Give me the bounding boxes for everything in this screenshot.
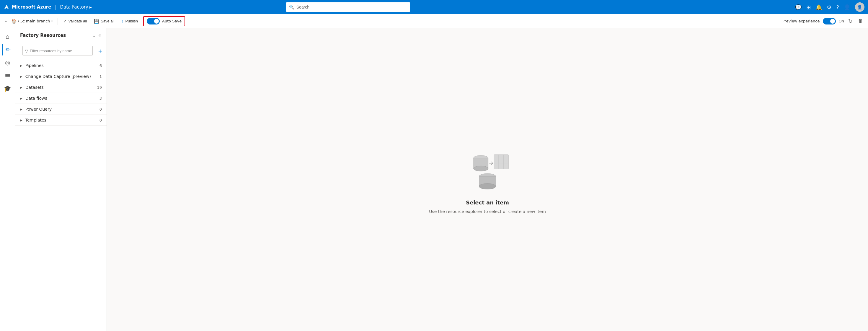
preview-toggle[interactable]	[823, 18, 836, 25]
resources-panel: Factory Resources ⌄ « ▽ + ▶ Pipelines 6 …	[16, 28, 107, 331]
auto-save-toggle[interactable]	[147, 18, 160, 25]
resource-item-name: Power Query	[25, 107, 99, 111]
resource-item-count: 1	[99, 74, 102, 79]
resource-item-count: 3	[99, 96, 102, 101]
brand-name: Microsoft Azure	[12, 4, 51, 10]
empty-state-title: Select an item	[466, 199, 509, 206]
resource-item-name: Change Data Capture (preview)	[25, 74, 99, 79]
svg-point-5	[473, 166, 488, 171]
svg-rect-2	[5, 76, 10, 77]
main-canvas: Select an item Use the resource explorer…	[107, 28, 868, 331]
resource-list-item[interactable]: ▶ Pipelines 6	[16, 60, 106, 71]
resource-list-item[interactable]: ▶ Datasets 19	[16, 82, 106, 93]
validate-all-label: Validate all	[68, 19, 87, 23]
illustration-svg	[461, 145, 514, 193]
sidebar-item-author[interactable]: ✏	[2, 44, 13, 56]
resource-item-count: 19	[97, 85, 102, 90]
empty-state: Select an item Use the resource explorer…	[429, 145, 546, 214]
publish-label: Publish	[125, 19, 138, 23]
resources-header-controls: ⌄ «	[92, 32, 102, 39]
nav-separator: |	[55, 4, 56, 10]
discard-all-button[interactable]: 🗑	[857, 17, 864, 25]
collapse-left-icon[interactable]: «	[98, 32, 102, 39]
resource-item-count: 0	[99, 107, 102, 111]
resource-item-name: Datasets	[25, 85, 97, 90]
notifications-icon[interactable]: 🔔	[815, 4, 822, 10]
left-sidebar: ⌂ ✏ ◎ 🎓	[0, 28, 16, 331]
help-icon[interactable]: ?	[836, 4, 839, 10]
resource-item-name: Data flows	[25, 96, 99, 101]
sidebar-item-manage[interactable]	[2, 70, 13, 81]
search-icon: 🔍	[289, 5, 294, 9]
resource-chevron-icon: ▶	[20, 75, 23, 78]
resource-chevron-icon: ▶	[20, 64, 23, 67]
resource-list: ▶ Pipelines 6 ▶ Change Data Capture (pre…	[16, 60, 106, 331]
manage-icon	[5, 73, 11, 78]
publish-button[interactable]: ↑ Publish	[118, 17, 141, 25]
auto-save-container: Auto Save	[143, 16, 185, 26]
toolbar-right-group: Preview experience On ↻ 🗑	[782, 17, 864, 26]
resource-item-count: 6	[99, 63, 102, 68]
empty-state-illustration	[461, 145, 514, 194]
toggle-track	[147, 18, 160, 25]
app-name-container[interactable]: Data Factory ▶	[60, 4, 92, 10]
toolbar: » 🏠 / ⎇ main branch ▾ ✓ Validate all 💾 S…	[0, 14, 868, 28]
breadcrumb-separator: /	[18, 19, 19, 23]
app-chevron-icon: ▶	[89, 6, 92, 9]
resource-chevron-icon: ▶	[20, 108, 23, 111]
nav-icon-group: 💬 ⊞ 🔔 ⚙ ? 👤 👤	[795, 2, 864, 12]
empty-state-description: Use the resource explorer to select or c…	[429, 209, 546, 214]
resource-item-name: Pipelines	[25, 63, 99, 68]
resource-chevron-icon: ▶	[20, 86, 23, 89]
save-icon: 💾	[94, 19, 99, 24]
save-all-button[interactable]: 💾 Save all	[91, 17, 117, 25]
app-name: Data Factory	[60, 4, 88, 10]
branch-name: main branch	[26, 19, 50, 23]
resource-item-count: 0	[99, 118, 102, 123]
svg-rect-0	[5, 74, 10, 75]
global-search[interactable]: 🔍	[286, 2, 410, 12]
branch-navigation[interactable]: 🏠 / ⎇ main branch ▾	[9, 18, 55, 25]
sidebar-item-monitor[interactable]: ◎	[2, 57, 13, 68]
auto-save-label: Auto Save	[162, 19, 182, 23]
avatar[interactable]: 👤	[855, 2, 864, 12]
sidebar-item-home[interactable]: ⌂	[2, 31, 13, 42]
preview-toggle-thumb	[830, 19, 835, 24]
resource-chevron-icon: ▶	[20, 119, 23, 122]
save-all-label: Save all	[101, 19, 114, 23]
publish-icon: ↑	[121, 19, 123, 24]
collapse-down-icon[interactable]: ⌄	[92, 32, 97, 39]
svg-point-14	[479, 184, 496, 189]
settings-icon[interactable]: ⚙	[827, 4, 831, 10]
filter-icon: ▽	[25, 49, 28, 53]
validate-all-button[interactable]: ✓ Validate all	[60, 17, 90, 25]
resources-search-box[interactable]: ▽	[23, 46, 93, 56]
resources-header: Factory Resources ⌄ «	[16, 28, 106, 41]
add-resource-button[interactable]: +	[97, 47, 103, 55]
git-branch-icon: ⎇	[20, 19, 25, 23]
resource-item-name: Templates	[25, 118, 99, 123]
azure-logo-icon	[4, 4, 9, 10]
sidebar-item-learn[interactable]: 🎓	[2, 82, 13, 94]
validate-icon: ✓	[63, 19, 67, 24]
feedback-icon[interactable]: 💬	[795, 4, 802, 10]
resource-list-item[interactable]: ▶ Power Query 0	[16, 104, 106, 115]
resource-chevron-icon: ▶	[20, 97, 23, 100]
collapse-nav-button[interactable]: »	[4, 18, 8, 25]
toolbar-divider-1	[58, 18, 58, 25]
resource-list-item[interactable]: ▶ Change Data Capture (preview) 1	[16, 71, 106, 82]
resources-filter-input[interactable]	[30, 49, 90, 53]
resource-list-item[interactable]: ▶ Data flows 3	[16, 93, 106, 104]
resource-list-item[interactable]: ▶ Templates 0	[16, 115, 106, 126]
brand-logo: Microsoft Azure	[4, 4, 51, 10]
svg-rect-1	[5, 75, 10, 76]
refresh-button[interactable]: ↻	[847, 17, 854, 26]
main-layout: ⌂ ✏ ◎ 🎓 Factory Resources ⌄ « ▽ +	[0, 28, 868, 331]
search-input[interactable]	[297, 5, 407, 9]
preview-experience-label: Preview experience	[782, 19, 820, 23]
account-icon[interactable]: 👤	[844, 4, 850, 10]
portal-menu-icon[interactable]: ⊞	[806, 4, 811, 10]
branch-chevron-icon: ▾	[51, 20, 53, 23]
resources-panel-title: Factory Resources	[20, 33, 66, 38]
top-nav-bar: Microsoft Azure | Data Factory ▶ 🔍 💬 ⊞ 🔔…	[0, 0, 868, 14]
